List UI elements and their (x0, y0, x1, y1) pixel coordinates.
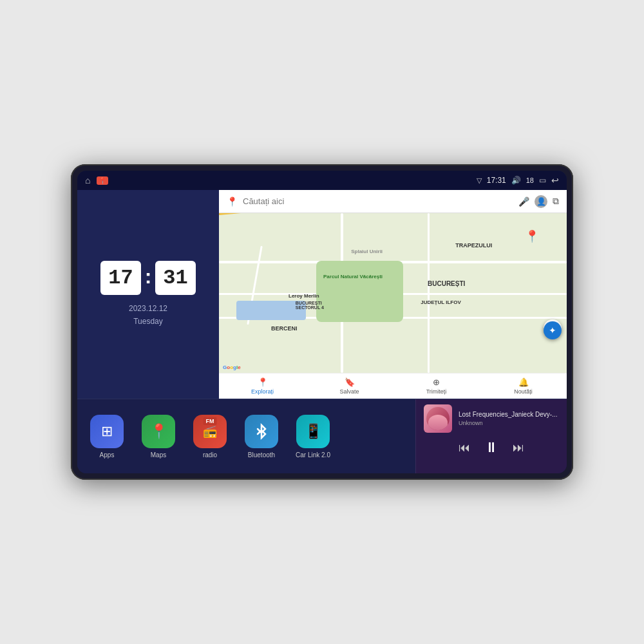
account-icon[interactable]: 👤 (535, 195, 547, 208)
explore-label: Explorați (251, 388, 274, 395)
music-title: Lost Frequencies_Janieck Devy-... (459, 411, 559, 418)
music-text: Lost Frequencies_Janieck Devy-... Unknow… (459, 411, 559, 426)
clock-colon: : (145, 265, 152, 289)
volume-icon: 🔊 (511, 176, 521, 185)
map-label-ilfov: JUDEȚUL ILFOV (421, 299, 461, 305)
volume-level: 18 (526, 176, 534, 184)
app-launcher: ⊞ Apps 📍 Maps 📻 FM (77, 399, 415, 473)
saved-icon: 🔖 (345, 377, 355, 387)
app-icon-bluetooth[interactable]: Bluetooth (242, 415, 281, 459)
map-search-bar: 📍 🎤 👤 ⧉ (219, 190, 567, 213)
radio-icon-bg: 📻 FM (193, 415, 227, 448)
app-icon-apps[interactable]: ⊞ Apps (88, 415, 126, 459)
share-label: Trimiteți (426, 388, 447, 395)
compass-icon: ✦ (549, 325, 556, 336)
main-content: 17 : 31 2023.12.12 Tuesday 📍 🎤 (77, 190, 567, 473)
bottom-section: ⊞ Apps 📍 Maps 📻 FM (77, 399, 567, 473)
clock-widget: 17 : 31 2023.12.12 Tuesday (77, 190, 219, 399)
map-widget: 📍 🎤 👤 ⧉ (219, 190, 567, 399)
app-icon-radio[interactable]: 📻 FM radio (191, 415, 229, 459)
news-label: Noutăți (514, 388, 533, 395)
destination-pin: 📍 (525, 229, 539, 243)
layers-icon[interactable]: ⧉ (553, 196, 559, 207)
home-icon[interactable]: ⌂ (85, 175, 90, 185)
apps-icon-bg: ⊞ (90, 415, 124, 448)
map-label-bucuresti: BUCUREȘTI (428, 280, 465, 287)
music-controls: ⏮ ⏸ ⏭ (424, 439, 559, 456)
clock-date: 2023.12.12 Tuesday (129, 303, 167, 327)
device-screen: ⌂ 📍 ▽ 17:31 🔊 18 ▭ ↩ 17 : (77, 171, 567, 473)
car-display-device: ⌂ 📍 ▽ 17:31 🔊 18 ▭ ↩ 17 : (71, 164, 573, 480)
clock-date-value: 2023.12.12 (129, 303, 167, 315)
clock-minutes: 31 (155, 261, 195, 295)
status-bar: ⌂ 📍 ▽ 17:31 🔊 18 ▭ ↩ (77, 171, 567, 190)
status-right-icons: ▽ 17:31 🔊 18 ▭ ↩ (477, 175, 559, 185)
map-label-splaiul: Splaiul Unirii (351, 249, 383, 254)
prev-button[interactable]: ⏮ (459, 441, 470, 455)
carlink-icon-bg: 📱 (296, 415, 330, 448)
saved-label: Salvate (339, 388, 359, 395)
maps-label: Maps (151, 451, 166, 459)
map-navigate-button[interactable]: ✦ (544, 321, 562, 339)
music-player: Lost Frequencies_Janieck Devy-... Unknow… (415, 399, 567, 473)
top-section: 17 : 31 2023.12.12 Tuesday 📍 🎤 (77, 190, 567, 399)
bluetooth-svg (252, 422, 270, 440)
music-artist: Unknown (459, 420, 559, 426)
voice-search-icon[interactable]: 🎤 (518, 196, 529, 207)
news-icon: 🔔 (518, 377, 529, 387)
map-label-sector4: BUCUREȘTISECTORUL 4 (296, 301, 324, 310)
app-icon-carlink[interactable]: 📱 Car Link 2.0 (294, 415, 332, 459)
map-label-trapezului: TRAPEZULUI (455, 242, 492, 249)
map-nav-explore[interactable]: 📍 Explorați (219, 377, 306, 395)
map-bottom-nav: 📍 Explorați 🔖 Salvate ⊕ Trimiteți 🔔 (219, 373, 567, 399)
road-vertical-2 (428, 213, 430, 373)
carlink-icon-symbol: 📱 (305, 423, 322, 440)
clock-hours: 17 (100, 261, 140, 295)
play-pause-button[interactable]: ⏸ (484, 439, 498, 456)
map-label-leroy: Leroy Merlin (289, 293, 319, 299)
map-label-park: Parcul Natural Văcărești (323, 274, 383, 279)
music-info-row: Lost Frequencies_Janieck Devy-... Unknow… (424, 404, 559, 433)
park-area (316, 261, 403, 321)
apps-icon-symbol: ⊞ (101, 423, 113, 440)
next-button[interactable]: ⏭ (513, 441, 524, 455)
back-icon[interactable]: ↩ (551, 175, 559, 185)
maps-icon-symbol: 📍 (150, 423, 167, 440)
map-background: Parcul Natural Văcărești TRAPEZULUI BUCU… (219, 213, 567, 373)
radio-icon-symbol: 📻 (203, 424, 217, 439)
map-area[interactable]: Parcul Natural Văcărești TRAPEZULUI BUCU… (219, 213, 567, 373)
radio-label: radio (203, 451, 217, 459)
bluetooth-label: Bluetooth (248, 451, 275, 459)
explore-icon: 📍 (258, 377, 268, 387)
clock-day-value: Tuesday (129, 316, 167, 328)
google-logo: Google (223, 365, 241, 370)
map-pin-icon: 📍 (227, 196, 238, 207)
status-time: 17:31 (487, 176, 506, 185)
map-nav-share[interactable]: ⊕ Trimiteți (393, 377, 480, 395)
map-search-input[interactable] (243, 196, 513, 206)
status-left-icons: ⌂ 📍 (85, 175, 108, 185)
maps-shortcut-icon[interactable]: 📍 (97, 176, 108, 185)
bluetooth-icon-bg (245, 415, 278, 448)
map-label-berceni: BERCENI (271, 325, 298, 332)
map-nav-news[interactable]: 🔔 Noutăți (480, 377, 567, 395)
app-icon-maps[interactable]: 📍 Maps (139, 415, 178, 459)
carlink-label: Car Link 2.0 (296, 451, 330, 459)
clock-display: 17 : 31 (100, 261, 195, 295)
share-icon: ⊕ (433, 377, 440, 387)
music-album-art (424, 404, 452, 433)
signal-icon: ▽ (477, 176, 482, 185)
battery-icon: ▭ (539, 176, 546, 185)
maps-icon-bg: 📍 (142, 415, 175, 448)
apps-label: Apps (100, 451, 115, 459)
map-nav-saved[interactable]: 🔖 Salvate (306, 377, 393, 395)
